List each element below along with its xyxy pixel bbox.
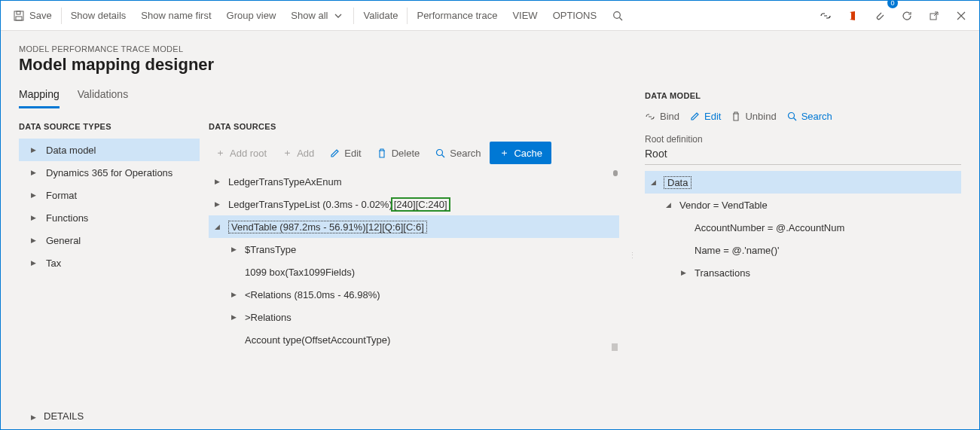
office-button[interactable] <box>839 1 866 30</box>
ds-row-lt-relations[interactable]: ▶<Relations (815.0ms - 46.98%) <box>209 283 619 306</box>
unbind-button[interactable]: Unbind <box>731 111 776 122</box>
caret-right-icon: ▶ <box>213 200 221 208</box>
group-view-button[interactable]: Group view <box>219 1 284 30</box>
validate-button[interactable]: Validate <box>356 1 405 30</box>
caret-right-icon: ▶ <box>29 214 37 221</box>
chevron-down-icon <box>332 10 344 22</box>
type-item-functions[interactable]: ▶Functions <box>19 206 200 229</box>
edit-button[interactable]: Edit <box>323 142 367 164</box>
scroll-bottom[interactable] <box>612 343 618 351</box>
separator <box>353 8 354 24</box>
paperclip-icon <box>874 10 886 22</box>
breadcrumb: MODEL PERFORMANCE TRACE MODEL <box>19 44 633 53</box>
show-details-button[interactable]: Show details <box>63 1 134 30</box>
tab-validations[interactable]: Validations <box>78 85 128 108</box>
save-icon <box>13 10 25 22</box>
dm-row-data[interactable]: ◢Data <box>645 171 961 194</box>
plus-icon: ＋ <box>282 148 292 158</box>
edit-icon <box>690 111 700 121</box>
root-definition-value[interactable]: Root <box>645 145 961 165</box>
app-window: Save Show details Show name first Group … <box>0 0 980 430</box>
delete-icon <box>731 111 740 121</box>
search-button[interactable] <box>604 1 631 30</box>
caret-right-icon: ▶ <box>29 236 37 244</box>
tab-mapping[interactable]: Mapping <box>19 85 60 108</box>
type-item-d365[interactable]: ▶Dynamics 365 for Operations <box>19 161 200 184</box>
type-item-data-model[interactable]: ▶Data model <box>19 139 200 161</box>
plus-icon: ＋ <box>215 148 225 158</box>
data-sources-panel: DATA SOURCES ＋Add root ＋Add Edit Delete … <box>209 116 619 404</box>
caret-right-icon: ▶ <box>29 191 37 199</box>
office-icon <box>847 10 859 22</box>
ds-row-gt-relations[interactable]: ▶>Relations <box>209 306 619 328</box>
scroll-thumb[interactable] <box>613 170 618 176</box>
separator <box>61 8 62 24</box>
save-label: Save <box>29 10 52 21</box>
delete-button[interactable]: Delete <box>371 142 426 164</box>
ds-search-button[interactable]: Search <box>429 142 487 164</box>
caret-right-icon: ▶ <box>230 291 237 298</box>
bind-button[interactable]: Bind <box>645 111 679 122</box>
dm-search-button[interactable]: Search <box>787 111 832 122</box>
cache-button[interactable]: ＋Cache <box>490 142 551 164</box>
performance-trace-button[interactable]: Performance trace <box>409 1 505 30</box>
add-button: ＋Add <box>276 142 320 164</box>
command-bar: Save Show details Show name first Group … <box>1 1 979 31</box>
data-sources-header: DATA SOURCES <box>209 116 619 139</box>
refresh-icon <box>901 10 913 22</box>
close-button[interactable] <box>948 1 975 30</box>
view-button[interactable]: VIEW <box>505 1 545 30</box>
caret-right-icon: ▶ <box>29 259 37 267</box>
details-section[interactable]: ▶DETAILS <box>19 404 633 429</box>
svg-point-8 <box>788 113 794 119</box>
type-item-format[interactable]: ▶Format <box>19 184 200 206</box>
svg-rect-2 <box>16 17 22 20</box>
link-icon-button[interactable] <box>812 1 839 30</box>
type-item-tax[interactable]: ▶Tax <box>19 252 200 274</box>
page-title: Model mapping designer <box>19 55 633 75</box>
data-model-header: DATA MODEL <box>645 91 961 100</box>
data-model-tree: ◢Data ◢Vendor = VendTable AccountNumber … <box>645 171 961 284</box>
delete-icon <box>377 148 387 158</box>
dm-row-name[interactable]: Name = @.'name()' <box>645 239 961 261</box>
ds-row-vendtable[interactable]: ◢ VendTable (987.2ms - 56.91%)[12][Q:6][… <box>209 215 619 238</box>
plus-icon: ＋ <box>499 148 509 158</box>
dm-row-transactions[interactable]: ▶Transactions <box>645 261 961 284</box>
caret-right-icon: ▶ <box>29 169 37 176</box>
svg-line-4 <box>620 17 623 20</box>
svg-line-7 <box>441 154 444 157</box>
scrollbar[interactable] <box>613 170 618 351</box>
ds-row-axenum[interactable]: ▶LedgerTransTypeAxEnum <box>209 170 619 193</box>
attachments-button[interactable]: 0 <box>866 1 893 30</box>
save-button[interactable]: Save <box>5 1 60 30</box>
selected-label: VendTable (987.2ms - 56.91%)[12][Q:6][C:… <box>228 221 427 233</box>
caret-right-icon: ▶ <box>230 313 237 321</box>
svg-point-3 <box>614 11 621 18</box>
caret-right-icon: ▶ <box>31 413 36 421</box>
caret-right-icon: ▶ <box>230 245 237 253</box>
options-button[interactable]: OPTIONS <box>545 1 605 30</box>
show-all-button[interactable]: Show all <box>283 1 352 30</box>
dm-edit-button[interactable]: Edit <box>690 111 721 122</box>
show-name-first-button[interactable]: Show name first <box>133 1 218 30</box>
data-sources-tree: ▶LedgerTransTypeAxEnum ▶ LedgerTransType… <box>209 170 619 351</box>
caret-right-icon: ▶ <box>213 178 221 185</box>
dm-row-vendor[interactable]: ◢Vendor = VendTable <box>645 194 961 216</box>
designer-panels: DATA SOURCE TYPES ▶Data model ▶Dynamics … <box>19 116 633 404</box>
close-icon <box>955 10 967 22</box>
metrics-highlight: [240][C:240] <box>391 197 450 212</box>
separator <box>407 8 408 24</box>
ds-row-accounttype[interactable]: Account type(OffsetAccountType) <box>209 328 619 351</box>
caret-down-icon: ◢ <box>213 223 221 230</box>
svg-rect-1 <box>17 11 20 14</box>
caret-right-icon: ▶ <box>29 146 37 154</box>
popout-button[interactable] <box>920 1 948 30</box>
ds-row-list[interactable]: ▶ LedgerTransTypeList (0.3ms - 0.02%)[24… <box>209 193 619 215</box>
search-icon <box>787 111 797 121</box>
edit-icon <box>329 148 340 158</box>
ds-row-1099[interactable]: 1099 box(Tax1099Fields) <box>209 261 619 283</box>
splitter[interactable]: ⋮ <box>628 116 633 404</box>
ds-row-transtype[interactable]: ▶$TransType <box>209 238 619 261</box>
type-item-general[interactable]: ▶General <box>19 229 200 252</box>
dm-row-account[interactable]: AccountNumber = @.AccountNum <box>645 216 961 239</box>
